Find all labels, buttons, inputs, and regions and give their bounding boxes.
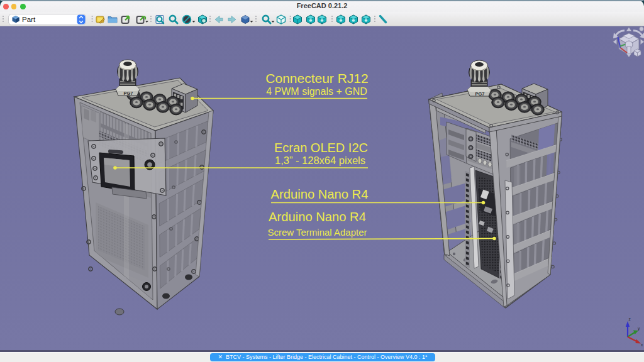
svg-text:1,3” - 128x64 pixels: 1,3” - 128x64 pixels <box>275 155 365 166</box>
svg-text:PG7: PG7 <box>123 90 133 96</box>
svg-text:PG7: PG7 <box>475 91 484 97</box>
svg-text:Arduino Nano R4: Arduino Nano R4 <box>269 210 366 224</box>
svg-text:Screw Terminal Adapter: Screw Terminal Adapter <box>267 227 367 238</box>
svg-text:Connecteur RJ12: Connecteur RJ12 <box>265 71 368 85</box>
svg-text:4 PWM signals + GND: 4 PWM signals + GND <box>266 86 367 97</box>
svg-text:Ecran OLED I2C: Ecran OLED I2C <box>274 141 368 155</box>
svg-text:Part: Part <box>22 16 36 23</box>
svg-text:z: z <box>629 317 631 321</box>
svg-text:Arduino Nano R4: Arduino Nano R4 <box>271 187 369 201</box>
